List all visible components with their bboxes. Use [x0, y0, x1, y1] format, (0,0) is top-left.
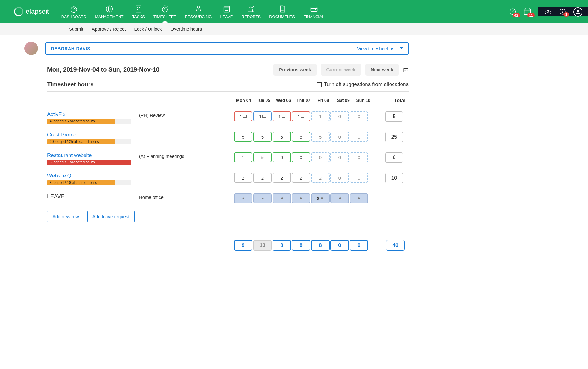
subnav-overtime-hours[interactable]: Overtime hours — [171, 23, 202, 35]
nav-label: LEAVE — [221, 14, 233, 19]
day-header: Tue 05 — [254, 98, 273, 103]
svg-rect-23 — [358, 198, 360, 199]
nav-dashboard[interactable]: DASHBOARD — [57, 0, 91, 23]
lock-icon — [357, 196, 361, 201]
toggle-suggestions[interactable]: Turn off suggestions from allocations — [317, 81, 409, 88]
nav-documents[interactable]: DOCUMENTS — [265, 0, 299, 23]
user-avatar[interactable] — [24, 42, 38, 55]
leave-title: LEAVE — [47, 193, 139, 200]
day-header: Sat 09 — [334, 98, 353, 103]
hour-cell[interactable]: 0 — [330, 152, 349, 162]
hour-cell[interactable]: 2 — [234, 173, 252, 183]
phase-label — [139, 173, 234, 174]
hour-cell[interactable]: 2 — [292, 173, 310, 183]
help-badge: 1 — [564, 12, 569, 17]
row-total: 10 — [385, 173, 403, 183]
calendar-picker-icon[interactable] — [403, 67, 409, 73]
add-leave-request-button[interactable]: Add leave request — [87, 211, 135, 222]
svg-rect-14 — [405, 70, 405, 70]
hour-cell[interactable]: 0 — [350, 132, 368, 142]
svg-rect-6 — [311, 7, 317, 11]
project-row: Restaurant website6 logged / 1 allocated… — [47, 152, 409, 165]
nav-label: DASHBOARD — [61, 14, 86, 19]
previous-week-button[interactable]: Previous week — [273, 64, 316, 76]
project-link[interactable]: ActivFix — [47, 111, 139, 117]
phase-label: (A) Planning meetings — [139, 152, 234, 159]
hour-cell[interactable]: 1 — [234, 111, 252, 121]
svg-rect-2 — [136, 6, 141, 12]
hour-cell[interactable]: 0 — [350, 173, 368, 183]
settings-icon[interactable] — [544, 7, 552, 16]
hour-cell[interactable]: 0 — [350, 152, 368, 162]
lock-icon — [261, 196, 264, 201]
svg-point-10 — [562, 12, 563, 13]
add-new-row-button[interactable]: Add new row — [47, 211, 84, 222]
row-total: 6 — [385, 152, 403, 163]
project-link[interactable]: Crast Promo — [47, 132, 139, 138]
day-header: Mon 04 — [234, 98, 253, 103]
hour-cell[interactable]: 1 — [273, 111, 291, 121]
hour-cell[interactable]: 5 — [311, 132, 330, 142]
hour-cell[interactable]: 1 — [253, 111, 272, 121]
leave-cell — [234, 193, 252, 203]
toggle-label: Turn off suggestions from allocations — [324, 81, 409, 88]
hour-cell[interactable]: 5 — [253, 132, 272, 142]
user-menu-icon[interactable] — [573, 7, 582, 16]
help-icon[interactable]: 1 — [559, 7, 567, 16]
day-total: 8 — [292, 240, 310, 251]
checklist-icon — [134, 5, 143, 13]
current-week-button[interactable]: Current week — [321, 64, 361, 76]
hour-cell[interactable]: 2 — [253, 173, 272, 183]
logo-icon — [14, 7, 23, 16]
nav-resourcing[interactable]: RESOURCING — [180, 0, 216, 23]
hour-cell[interactable]: 2 — [311, 173, 330, 183]
day-total: 8 — [311, 240, 330, 251]
nav-financial[interactable]: FINANCIAL — [299, 0, 329, 23]
nav-reports[interactable]: REPORTS — [237, 0, 265, 23]
view-timesheet-as[interactable]: View timesheet as... — [357, 46, 403, 51]
next-week-button[interactable]: Next week — [365, 64, 399, 76]
subnav-approve-reject[interactable]: Approve / Reject — [92, 23, 126, 35]
day-header: Thu 07 — [294, 98, 313, 103]
svg-rect-21 — [321, 198, 323, 199]
hour-cell[interactable]: 0 — [311, 152, 330, 162]
hour-cell[interactable]: 0 — [350, 111, 368, 121]
subnav-submit[interactable]: Submit — [69, 23, 83, 35]
globe-icon — [105, 5, 114, 13]
timer-icon[interactable]: 42 — [508, 7, 518, 16]
calendar-notif-icon[interactable]: 11 — [523, 7, 532, 16]
nav-label: TASKS — [132, 14, 145, 19]
nav-management[interactable]: MANAGEMENT — [91, 0, 128, 23]
caret-down-icon — [400, 47, 403, 49]
hour-cell[interactable]: 0 — [273, 152, 291, 162]
phase-label: (PH) Review — [139, 111, 234, 118]
hour-cell[interactable]: 1 — [234, 152, 252, 162]
nav-timesheet[interactable]: TIMESHEET — [149, 0, 180, 23]
hour-cell[interactable]: 5 — [234, 132, 252, 142]
day-total: 0 — [350, 240, 368, 251]
nav-label: TIMESHEET — [153, 14, 176, 19]
progress-bar: 20 logged / 25 allocated hours — [47, 139, 131, 144]
hour-cell[interactable]: 0 — [292, 152, 310, 162]
hour-cell[interactable]: 0 — [330, 173, 349, 183]
hour-cell[interactable]: 5 — [273, 132, 291, 142]
subnav-lock-unlock[interactable]: Lock / Unlock — [134, 23, 162, 35]
logo[interactable]: elapseit — [0, 0, 57, 23]
svg-rect-18 — [262, 198, 263, 199]
hour-cell[interactable]: 1 — [292, 111, 310, 121]
svg-rect-16 — [407, 70, 407, 70]
lock-icon — [338, 196, 341, 201]
hour-cell[interactable]: 1 — [311, 111, 330, 121]
hour-cell[interactable]: 0 — [330, 111, 349, 121]
project-link[interactable]: Restaurant website — [47, 152, 139, 158]
hour-cell[interactable]: 5 — [292, 132, 310, 142]
project-link[interactable]: Website Q — [47, 173, 139, 179]
nav-tasks[interactable]: TASKS — [128, 0, 149, 23]
hour-cell[interactable]: 5 — [253, 152, 272, 162]
nav-leave[interactable]: LEAVE — [216, 0, 237, 23]
day-total: 0 — [330, 240, 349, 251]
nav-label: DOCUMENTS — [269, 14, 295, 19]
hour-cell[interactable]: 2 — [273, 173, 291, 183]
hour-cell[interactable]: 0 — [330, 132, 349, 142]
lock-icon — [300, 196, 303, 201]
